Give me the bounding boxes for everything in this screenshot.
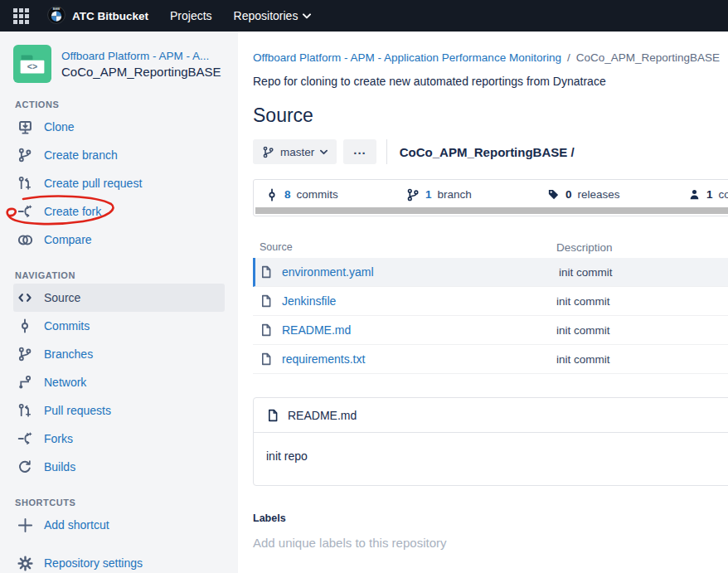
sidebar-item-create-pull-request[interactable]: Create pull request [13,169,230,197]
stat-releases[interactable]: 0 releases [536,188,677,201]
chevron-down-icon [303,13,311,19]
sidebar-item-branches[interactable]: Branches [13,340,230,368]
readme-content: init repo [254,433,728,485]
builds-icon [17,459,33,475]
branch-selector-button[interactable]: master [253,139,337,164]
table-row-readme-md[interactable]: README.md init commit [253,316,728,345]
commit-message[interactable]: init commit [556,353,610,366]
file-icon [260,352,273,366]
repository-sidebar: <> Offboard Platform - APM - A... CoCo_A… [0,32,238,573]
labels-heading: Labels [253,512,728,524]
actions-section-heading: ACTIONS [15,100,230,109]
scrollbar-thumb[interactable] [255,207,728,214]
readme-panel-header: README.md [254,398,728,433]
sidebar-item-create-fork[interactable]: Create fork [13,197,230,226]
repository-stats-bar: 8 commits 1 branch 0 releases 1 contribu… [253,179,728,216]
file-link[interactable]: environment.yaml [282,265,374,279]
readme-filename: README.md [288,409,357,422]
sidebar-item-source[interactable]: Source [13,284,225,312]
breadcrumb-separator: / [567,51,570,64]
sidebar-item-repository-settings[interactable]: Repository settings [13,549,230,573]
top-navigation-bar: BMW ATC Bitbucket Projects Repositories [0,0,728,32]
breadcrumb-project-link[interactable]: Offboard Platform - APM - Application Pe… [253,51,561,64]
sidebar-item-network[interactable]: Network [13,368,230,396]
file-icon [260,265,273,279]
sidebar-item-builds[interactable]: Builds [13,453,230,481]
horizontal-scrollbar [255,207,728,214]
sidebar-repo-name[interactable]: CoCo_APM_ReportingBASE [61,65,221,79]
person-icon [688,188,701,201]
fork-icon [17,203,33,220]
table-row-requirements-txt[interactable]: requirements.txt init commit [253,345,728,374]
branch-icon [17,346,33,362]
sidebar-item-forks[interactable]: Forks [13,425,230,453]
commit-icon [17,318,33,334]
table-row-environment-yaml[interactable]: environment.yaml init commit [253,258,728,287]
navigation-section-heading: NAVIGATION [15,270,230,280]
topnav-projects[interactable]: Projects [170,9,212,22]
sidebar-project-link[interactable]: Offboard Platform - APM - A... [61,50,221,62]
commit-message[interactable]: init commit [556,295,610,308]
file-icon [266,409,279,422]
table-row-jenkinsfile[interactable]: Jenkinsfile init commit [253,287,728,316]
plus-icon [17,517,33,533]
file-path-root[interactable]: CoCo_APM_ReportingBASE / [400,145,575,159]
labels-section: Labels Add unique labels to this reposit… [253,512,728,550]
file-table-header: Source Description [253,236,728,258]
source-icon [17,289,33,306]
column-header-description: Description [556,241,613,254]
file-icon [260,323,273,337]
pull-request-icon [17,175,33,192]
repository-description: Repo for cloning to create new automated… [253,75,728,88]
source-toolbar: master ... CoCo_APM_ReportingBASE / [253,139,728,164]
pull-request-icon [17,402,33,419]
app-title: ATC Bitbucket [72,10,148,22]
main-content: Offboard Platform - APM - Application Pe… [238,32,728,573]
commit-message[interactable]: init commit [559,266,613,279]
stat-commits[interactable]: 8 commits [254,188,395,202]
toolbar-divider [386,139,387,164]
sidebar-item-pull-requests[interactable]: Pull requests [13,396,230,425]
more-options-button[interactable]: ... [343,139,376,164]
file-table: Source Description environment.yaml init… [253,236,728,374]
tag-icon [547,188,560,201]
branch-icon [262,146,274,158]
breadcrumb-current-repo: CoCo_APM_ReportingBASE [576,51,720,64]
sidebar-item-clone[interactable]: Clone [13,113,230,141]
sidebar-item-compare[interactable]: Compare [13,226,230,254]
topnav-repositories[interactable]: Repositories [234,9,312,22]
fork-icon [17,430,33,447]
file-link[interactable]: README.md [282,323,351,337]
readme-panel: README.md init repo [253,397,728,486]
branch-icon [17,147,33,163]
page-title: Source [253,104,728,127]
sidebar-item-create-branch[interactable]: Create branch [13,141,230,169]
compare-icon [17,231,33,248]
file-link[interactable]: Jenkinsfile [282,294,336,308]
svg-text:<>: <> [27,61,37,71]
shortcuts-section-heading: SHORTCUTS [15,498,230,507]
sidebar-item-add-shortcut[interactable]: Add shortcut [13,511,230,539]
branch-icon [406,188,420,202]
stat-branches[interactable]: 1 branch [395,188,536,202]
commit-icon [265,188,279,202]
repository-avatar[interactable]: <> [13,45,51,83]
sidebar-item-commits[interactable]: Commits [13,312,230,340]
file-icon [260,294,273,308]
commit-message[interactable]: init commit [556,324,610,337]
svg-text:BMW: BMW [53,7,61,11]
column-header-source: Source [253,241,556,253]
network-icon [17,374,33,391]
chevron-down-icon [320,149,328,155]
file-link[interactable]: requirements.txt [282,352,365,366]
app-switcher-grid-icon[interactable] [12,7,31,26]
bmw-logo-icon: BMW [47,6,66,27]
clone-icon [17,119,33,135]
bitbucket-home-link[interactable]: BMW ATC Bitbucket [47,6,148,27]
labels-empty-placeholder: Add unique labels to this repository [253,536,728,550]
stat-contributors[interactable]: 1 contributors [677,188,728,201]
breadcrumb: Offboard Platform - APM - Application Pe… [253,51,728,64]
gear-icon [17,555,33,571]
